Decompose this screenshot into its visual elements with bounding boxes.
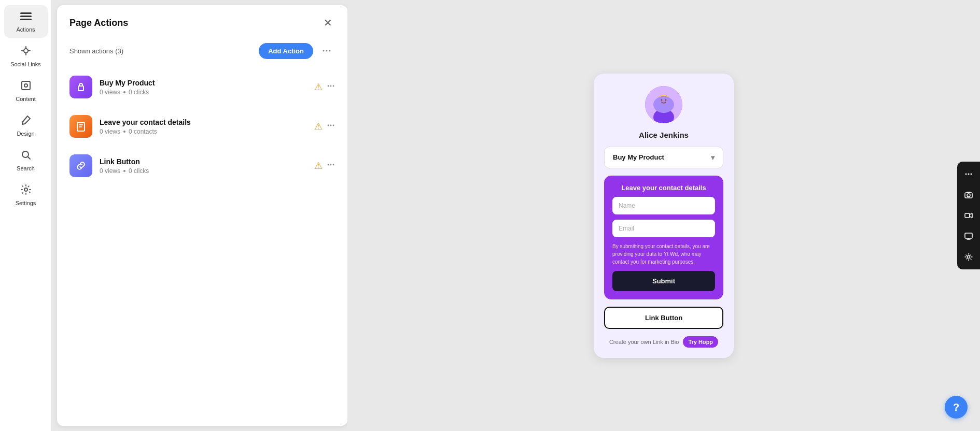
- action-info-buy-product: Buy My Product 0 views 0 clicks: [100, 79, 307, 96]
- toolbar-screen-button[interactable]: [960, 228, 977, 245]
- stats-dot-2: [123, 131, 125, 133]
- close-panel-button[interactable]: ✕: [320, 16, 335, 30]
- action-more-button-contact-details[interactable]: [327, 121, 335, 132]
- main-preview-area: Alice Jenkins Buy My Product ▾ Leave you…: [347, 0, 980, 431]
- actions-list: Buy My Product 0 views 0 clicks ⚠: [57, 67, 347, 185]
- svg-point-7: [323, 50, 325, 52]
- contact-submit-button[interactable]: Submit: [612, 271, 715, 291]
- svg-rect-3: [22, 81, 30, 90]
- page-actions-panel: Page Actions ✕ Shown actions (3) Add Act…: [57, 5, 347, 426]
- action-controls-buy-product: ⚠: [314, 81, 335, 93]
- panel-more-button[interactable]: [318, 42, 335, 59]
- action-item-contact-details: Leave your contact details 0 views 0 con…: [69, 109, 335, 144]
- svg-rect-2: [20, 19, 32, 20]
- sidebar: Actions Social Links Content Design: [0, 0, 52, 431]
- action-controls-link-button: ⚠: [314, 160, 335, 171]
- stats-dot-3: [123, 170, 125, 172]
- svg-point-20: [333, 164, 334, 166]
- sidebar-item-content[interactable]: Content: [4, 75, 48, 107]
- svg-point-29: [665, 99, 667, 100]
- svg-point-11: [328, 85, 329, 87]
- try-hopp-button[interactable]: Try Hopp: [683, 336, 718, 348]
- sidebar-item-settings[interactable]: Settings: [4, 179, 48, 211]
- panel-title: Page Actions: [69, 18, 128, 28]
- preview-user-name: Alice Jenkins: [639, 131, 689, 139]
- toolbar-options-button[interactable]: [960, 166, 977, 182]
- sidebar-item-design-label: Design: [17, 131, 34, 137]
- warning-icon-buy-product: ⚠: [314, 81, 323, 93]
- svg-point-8: [326, 50, 328, 52]
- chevron-down-icon: ▾: [711, 153, 715, 162]
- action-more-button-link-button[interactable]: [327, 161, 335, 171]
- actions-icon: [20, 10, 32, 24]
- toolbar-video-button[interactable]: [960, 207, 977, 224]
- sidebar-item-social-links-label: Social Links: [10, 61, 41, 67]
- svg-point-16: [330, 125, 332, 126]
- phone-preview: Alice Jenkins Buy My Product ▾ Leave you…: [594, 74, 734, 358]
- action-stats-link-button: 0 views 0 clicks: [100, 167, 307, 175]
- create-bio-label: Create your own Link in Bio: [609, 339, 679, 345]
- shown-actions-count: Shown actions (3): [69, 47, 123, 55]
- svg-rect-0: [20, 12, 32, 14]
- sidebar-item-search[interactable]: Search: [4, 144, 48, 177]
- action-info-contact-details: Leave your contact details 0 views 0 con…: [100, 118, 307, 135]
- settings-icon: [20, 184, 32, 198]
- content-icon: [20, 80, 32, 94]
- contact-name-input[interactable]: [612, 197, 715, 214]
- sidebar-item-social-links[interactable]: Social Links: [4, 40, 48, 73]
- avatar: [645, 86, 682, 123]
- action-name-link-button: Link Button: [100, 157, 307, 166]
- action-controls-contact-details: ⚠: [314, 121, 335, 132]
- sidebar-item-content-label: Content: [16, 96, 36, 102]
- toolbar-camera-button[interactable]: [960, 186, 977, 203]
- toolbar-gear-button[interactable]: [960, 249, 977, 265]
- svg-point-37: [968, 256, 970, 258]
- svg-point-19: [330, 164, 332, 166]
- sidebar-item-actions-label: Actions: [16, 26, 35, 33]
- search-icon: [20, 149, 32, 163]
- svg-point-6: [24, 188, 27, 191]
- svg-rect-35: [965, 213, 970, 218]
- svg-rect-1: [20, 16, 32, 17]
- contact-email-input[interactable]: [612, 220, 715, 237]
- action-stats-contact-details: 0 views 0 contacts: [100, 128, 307, 135]
- preview-contact-form: Leave your contact details By submitting…: [604, 176, 723, 299]
- svg-point-18: [328, 164, 329, 166]
- svg-point-32: [971, 174, 972, 175]
- action-icon-link-button: [69, 154, 92, 177]
- svg-point-5: [22, 151, 29, 157]
- right-toolbar: [957, 162, 980, 269]
- action-icon-buy-product: [69, 76, 92, 98]
- panel-header: Page Actions ✕: [57, 5, 347, 38]
- action-icon-contact-details: [69, 115, 92, 138]
- contact-form-title: Leave your contact details: [612, 184, 715, 192]
- preview-buy-product-button[interactable]: Buy My Product ▾: [604, 147, 723, 168]
- hopp-footer: Create your own Link in Bio Try Hopp: [609, 336, 718, 348]
- action-info-link-button: Link Button 0 views 0 clicks: [100, 157, 307, 175]
- warning-icon-contact-details: ⚠: [314, 121, 323, 132]
- form-disclaimer: By submitting your contact details, you …: [612, 242, 715, 266]
- warning-icon-link-button: ⚠: [314, 160, 323, 171]
- action-more-button-buy-product[interactable]: [327, 82, 335, 92]
- svg-point-13: [333, 85, 334, 87]
- sidebar-item-actions[interactable]: Actions: [4, 5, 48, 38]
- design-icon: [20, 114, 32, 128]
- svg-point-17: [333, 125, 334, 126]
- svg-point-34: [967, 194, 970, 197]
- preview-link-button[interactable]: Link Button: [604, 307, 723, 329]
- add-action-button[interactable]: Add Action: [259, 43, 313, 59]
- svg-point-12: [330, 85, 332, 87]
- svg-point-30: [965, 174, 967, 175]
- stats-dot: [123, 91, 125, 93]
- action-name-contact-details: Leave your contact details: [100, 118, 307, 126]
- help-button[interactable]: ?: [945, 396, 968, 419]
- svg-rect-36: [965, 233, 972, 238]
- sidebar-item-design[interactable]: Design: [4, 109, 48, 142]
- svg-rect-10: [78, 86, 83, 91]
- sidebar-item-search-label: Search: [17, 165, 35, 171]
- svg-point-31: [968, 174, 970, 175]
- sidebar-item-settings-label: Settings: [16, 200, 36, 206]
- svg-point-4: [24, 84, 27, 87]
- panel-subheader: Shown actions (3) Add Action: [57, 38, 347, 67]
- action-item-link-button: Link Button 0 views 0 clicks ⚠: [69, 148, 335, 183]
